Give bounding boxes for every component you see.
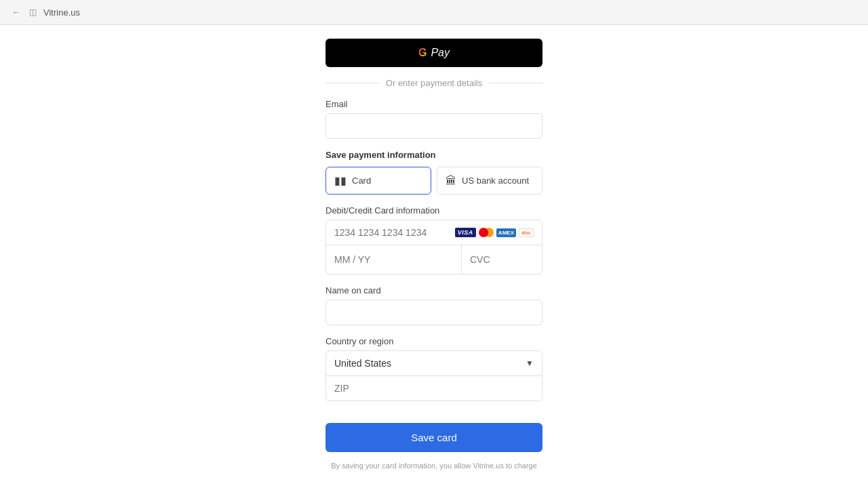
card-cvc-input[interactable]: [470, 254, 542, 265]
discover-icon: disc: [519, 228, 534, 237]
card-expiry-cvc-row: 💳: [326, 245, 542, 274]
card-field-container: VISA AMEX disc 💳: [326, 220, 542, 274]
card-icons: VISA AMEX disc: [455, 228, 534, 237]
email-label: Email: [326, 99, 542, 109]
chevron-down-icon: ▼: [526, 359, 534, 368]
card-info-group: Debit/Credit Card information VISA AMEX …: [326, 205, 542, 274]
payment-tabs: ▮▮ Card 🏛 US bank account: [326, 167, 542, 195]
google-g-icon: G: [418, 47, 427, 59]
card-expiry-input[interactable]: [326, 245, 462, 274]
card-number-input[interactable]: [334, 227, 455, 238]
bank-icon: 🏛: [446, 175, 456, 187]
card-number-row: VISA AMEX disc: [326, 220, 542, 245]
divider-line-right: [489, 83, 542, 83]
divider: Or enter payment details: [326, 78, 542, 88]
tab-icon: ◫: [27, 7, 38, 18]
email-input[interactable]: [326, 113, 542, 139]
name-on-card-label: Name on card: [326, 285, 542, 296]
card-icon: ▮▮: [334, 174, 347, 187]
amex-icon: AMEX: [496, 228, 516, 237]
browser-url: Vitrine.us: [43, 7, 80, 18]
card-tab[interactable]: ▮▮ Card: [326, 167, 431, 195]
zip-input[interactable]: [326, 376, 542, 401]
name-on-card-input[interactable]: [326, 300, 542, 325]
save-payment-group: Save payment information ▮▮ Card 🏛 US ba…: [326, 150, 542, 195]
email-group: Email: [326, 99, 542, 139]
google-pay-button[interactable]: G Pay: [326, 39, 542, 67]
card-tab-label: Card: [352, 176, 371, 186]
name-on-card-group: Name on card: [326, 285, 542, 325]
mastercard-icon: [479, 228, 494, 237]
card-cvc-wrapper: 💳: [462, 245, 542, 274]
visa-icon: VISA: [455, 228, 476, 237]
country-select[interactable]: United States ▼: [326, 351, 542, 376]
back-button[interactable]: ←: [11, 7, 22, 18]
divider-text: Or enter payment details: [386, 78, 482, 88]
footer-text: By saving your card information, you all…: [326, 460, 542, 472]
bank-account-tab[interactable]: 🏛 US bank account: [437, 167, 542, 195]
country-container: United States ▼: [326, 350, 542, 401]
save-card-button[interactable]: Save card: [326, 423, 542, 452]
payment-container: G Pay Or enter payment details Email Sav…: [326, 39, 542, 472]
card-info-label: Debit/Credit Card information: [326, 205, 542, 216]
country-label: Country or region: [326, 336, 542, 346]
bank-tab-label: US bank account: [462, 176, 529, 186]
gpay-pay-text: Pay: [431, 47, 450, 59]
save-payment-title: Save payment information: [326, 150, 542, 160]
country-group: Country or region United States ▼: [326, 336, 542, 401]
page-content: G Pay Or enter payment details Email Sav…: [0, 25, 868, 485]
divider-line-left: [326, 83, 379, 83]
browser-bar: ← ◫ Vitrine.us: [0, 0, 868, 25]
country-selected-value: United States: [334, 358, 526, 369]
